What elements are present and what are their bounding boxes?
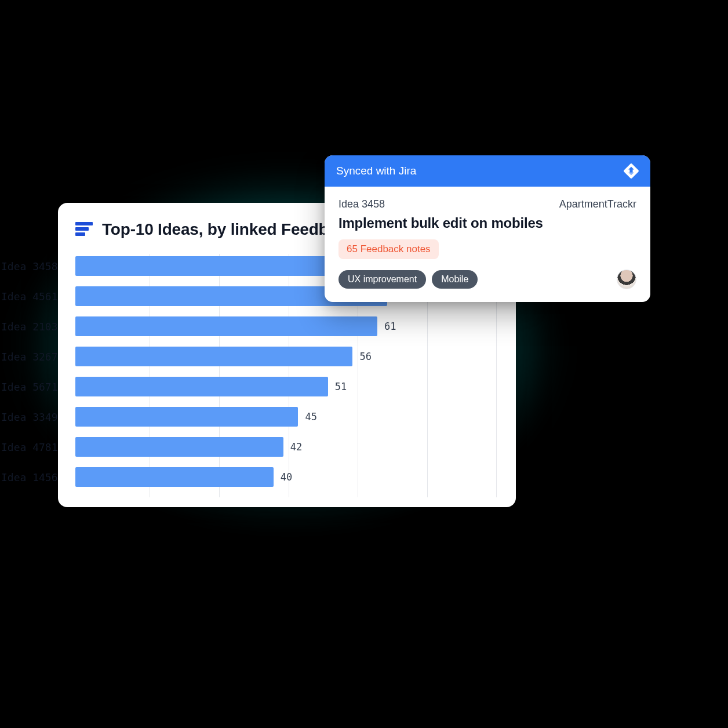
bars-logo-icon	[75, 222, 93, 237]
chart-row-label: Idea 4781	[1, 441, 70, 453]
avatar[interactable]	[617, 270, 636, 289]
chart-row[interactable]: Idea 334945	[75, 407, 496, 427]
chart-value-label: 51	[335, 381, 347, 392]
detail-meta: Idea 3458 ApartmentTrackr	[338, 198, 636, 210]
chart-value-label: 45	[305, 411, 316, 423]
chart-row-label: Idea 3349	[1, 411, 70, 423]
chart-bar[interactable]	[75, 467, 274, 487]
idea-detail-card[interactable]: Synced with Jira Idea 3458 ApartmentTrac…	[325, 155, 650, 302]
tags-row: UX improvementMobile	[338, 270, 636, 289]
tag[interactable]: UX improvement	[338, 270, 426, 289]
chart-value-label: 61	[384, 321, 396, 332]
detail-body: Idea 3458 ApartmentTrackr Implement bulk…	[325, 187, 650, 302]
chart-bar[interactable]	[75, 316, 377, 336]
feedback-count-badge[interactable]: 65 Feedback notes	[338, 239, 439, 259]
idea-title: Implement bulk edit on mobiles	[338, 215, 636, 231]
tags: UX improvementMobile	[338, 270, 478, 289]
idea-id: Idea 3458	[338, 198, 385, 210]
chart-bar[interactable]	[75, 437, 283, 457]
chart-row[interactable]: Idea 210361	[75, 316, 496, 336]
chart-row[interactable]: Idea 145640	[75, 467, 496, 487]
chart-bar[interactable]	[75, 347, 352, 366]
chart-bar[interactable]	[75, 407, 298, 427]
chart-row-label: Idea 2103	[1, 321, 70, 333]
sync-status-label: Synced with Jira	[336, 165, 416, 177]
chart-row[interactable]: Idea 478142	[75, 437, 496, 457]
chart-row-label: Idea 3458	[1, 260, 70, 272]
chart-value-label: 42	[290, 441, 302, 453]
chart-row[interactable]: Idea 567151	[75, 377, 496, 396]
chart-row-label: Idea 4561	[1, 290, 70, 303]
tag[interactable]: Mobile	[432, 270, 478, 289]
chart-row-label: Idea 5671	[1, 381, 70, 393]
chart-row[interactable]: Idea 326756	[75, 347, 496, 366]
chart-title: Top-10 Ideas, by linked Feedback	[102, 220, 355, 239]
chart-value-label: 56	[359, 351, 371, 362]
detail-header: Synced with Jira	[325, 155, 650, 187]
jira-icon	[624, 163, 639, 179]
workspace-name: ApartmentTrackr	[559, 198, 636, 210]
chart-bar[interactable]	[75, 377, 328, 396]
chart-value-label: 40	[281, 471, 292, 483]
chart-row-label: Idea 1456	[1, 471, 70, 483]
chart-row-label: Idea 3267	[1, 351, 70, 363]
